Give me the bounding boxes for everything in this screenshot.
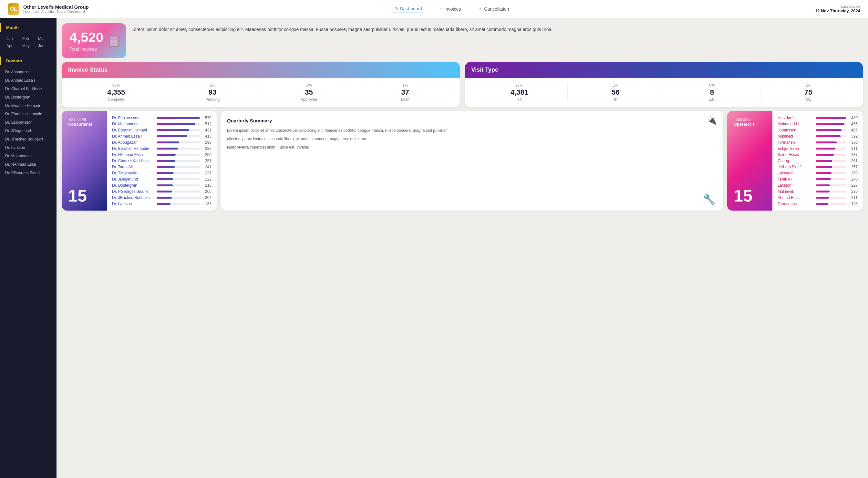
consultant-bar	[157, 172, 174, 174]
operator-bar-wrap	[816, 178, 846, 180]
consultant-bar	[157, 190, 172, 192]
month-feb[interactable]: Feb	[21, 36, 35, 42]
stat-label: ER	[664, 97, 760, 102]
consultant-bar	[157, 135, 187, 137]
operator-bar-wrap	[816, 166, 846, 168]
company-subtitle: Healthcare Analytics Status Dashboard	[23, 10, 89, 13]
sidebar-doctor-item[interactable]: Dr. Charbel Kaddisse	[0, 85, 57, 93]
operator-name: Malmevik	[778, 189, 813, 194]
consultant-row: Dr. Ahmad Essa i 413	[112, 133, 212, 139]
operator-bar	[816, 160, 832, 162]
operator-name: Ahmad Essa	[778, 196, 813, 200]
sidebar-doctor-item[interactable]: Dr. NAhmad Essa	[0, 160, 57, 169]
consultant-name: Dr. Ebrahim Hemadi	[112, 128, 154, 132]
nav-cancellation[interactable]: ✕ Cancellation	[476, 5, 512, 13]
operator-row: Hisham Sioufi 257	[778, 164, 858, 170]
consultant-name: Dr. Larsson	[112, 202, 154, 206]
date-value: 12 Nov Thursday, 2024	[815, 8, 860, 13]
doctors-section-label: Doctors	[0, 57, 57, 65]
operator-row: Tormanens 193	[778, 201, 858, 207]
description-text: Lorem ipsum dolor sit amet, consectetuer…	[131, 23, 863, 35]
operator-bar-wrap	[816, 184, 846, 186]
consultant-bar	[157, 178, 173, 180]
consultant-value: 241	[203, 165, 212, 169]
sidebar-doctor-item[interactable]: Dr. Ebrahim Hemadie	[0, 110, 57, 118]
consultants-left: Total of All Consultants 15 🩺	[62, 111, 107, 211]
consultant-name: Dr. PGeorges Sioufie	[112, 189, 154, 194]
consultant-bar	[157, 142, 179, 143]
nav-invoices-label: Invoices	[444, 6, 461, 11]
stat-label: Approved	[261, 97, 357, 102]
header-nav: ⊞ Dashboard ≡ Invoices ✕ Cancellation	[89, 5, 815, 13]
consultant-row: Dr. Mohammad 512	[112, 121, 212, 127]
stat-num: 4,355	[68, 88, 164, 96]
consultant-bar-wrap	[157, 160, 200, 162]
sidebar-doctor-item[interactable]: Dr. Ahmad Essa i	[0, 76, 57, 85]
consultant-row: Dr. Ebrahim Hemadie 282	[112, 145, 212, 151]
operator-bar	[816, 178, 831, 180]
operator-row: Tormanen 330	[778, 139, 858, 145]
operator-bar-wrap	[816, 172, 846, 174]
sidebar-doctor-item[interactable]: Dr. Abougazar	[0, 68, 57, 76]
consultant-bar	[157, 203, 170, 205]
consultant-bar-wrap	[157, 178, 200, 180]
consultant-name: Dr. Ahmad Essa i	[112, 134, 154, 139]
quarterly-desc2: ultricies, purus lectus malesuada libero…	[227, 136, 717, 142]
cancellation-icon: ✕	[479, 7, 482, 11]
consultant-value: 227	[203, 171, 212, 175]
operator-bar	[816, 172, 832, 174]
operator-bar-wrap	[816, 154, 846, 156]
consultant-row: Dr. JDegerlund 222	[112, 176, 212, 182]
operator-row: Mohamed H 455	[778, 121, 858, 127]
nav-dashboard[interactable]: ⊞ Dashboard	[392, 5, 425, 13]
sidebar-doctor-item[interactable]: Dr. PGeorges Sioufie	[0, 169, 57, 177]
sidebar-doctor-item[interactable]: Dr. Larsson	[0, 143, 57, 152]
stat-pct: 96%	[68, 83, 164, 88]
sidebar-doctor-item[interactable]: Dr. JDegerlund	[0, 127, 57, 135]
operator-name: Larssonc	[778, 171, 813, 175]
month-may[interactable]: May	[21, 43, 35, 49]
doctor-list: Dr. AbougazarDr. Ahmad Essa iDr. Charbel…	[0, 68, 57, 177]
stat-pct: 2%	[761, 83, 857, 88]
nav-invoices[interactable]: ≡ Invoices	[438, 5, 463, 13]
operator-bar-wrap	[816, 190, 846, 192]
invoice-stat-col: 96% 4,355 Complete	[68, 83, 164, 102]
stat-label: IP	[568, 97, 663, 102]
operator-value: 193	[848, 202, 858, 206]
stat-num: 8	[664, 88, 760, 96]
operator-row: Johansson 406	[778, 127, 858, 133]
consultants-label2: Consultants	[68, 122, 100, 127]
operator-value: 330	[848, 140, 858, 145]
sidebar-doctor-item[interactable]: Dr. Ebrahim Hemadi	[0, 101, 57, 110]
consultant-name: Dr. Tarek Ali	[112, 165, 154, 169]
month-apr[interactable]: Apr	[5, 43, 20, 49]
sidebar-doctor-item[interactable]: Dr. JRached Boubakri	[0, 135, 57, 143]
consultant-value: 222	[203, 177, 212, 181]
consultant-value: 578	[203, 116, 212, 120]
operator-value: 240	[848, 177, 858, 181]
consultant-bar-wrap	[157, 197, 200, 199]
month-mar[interactable]: Mar	[37, 36, 51, 42]
consultant-value: 206	[203, 189, 212, 194]
sidebar: Month Jan Feb Mar Apr May Jun Doctors Dr…	[0, 18, 57, 478]
operator-row: Larssonc 250	[778, 170, 858, 176]
stat-label: RX	[471, 97, 567, 102]
invoice-status-header: Invoice Status	[62, 62, 460, 78]
consultant-bar	[157, 166, 175, 168]
sidebar-doctor-item[interactable]: Dr. Dostergren	[0, 93, 57, 101]
operator-name: Musmeci	[778, 134, 813, 139]
consultant-value: 413	[203, 134, 212, 139]
visit-type-card: Visit Type 97% 4,381 RX1% 56 IP0% 8 ER2%…	[465, 62, 863, 107]
quarterly-icon: 🔌	[707, 116, 717, 125]
operator-name: Tarek Ali	[778, 177, 813, 181]
operators-section: Total of All Operator's 15 🎧 Harzdorfo 4…	[727, 111, 863, 211]
stat-pct: 1%	[261, 83, 357, 88]
sidebar-doctor-item[interactable]: Dr. Mohammad	[0, 152, 57, 160]
month-jun[interactable]: Jun	[37, 43, 51, 49]
month-jan[interactable]: Jan	[5, 36, 20, 42]
invoice-stat-col: 2% 93 Pending	[164, 83, 260, 102]
invoice-card-icon: 📋	[106, 34, 121, 48]
sidebar-doctor-item[interactable]: Dr. Esbjornsson	[0, 118, 57, 127]
operator-row: Saleh Essav 287	[778, 151, 858, 158]
operator-value: 211	[848, 196, 858, 200]
